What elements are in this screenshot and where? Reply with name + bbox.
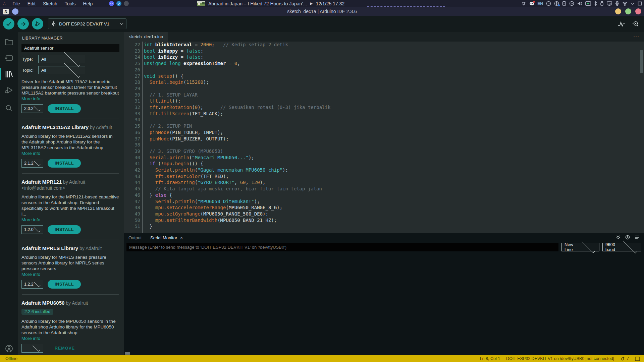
install-button[interactable]: INSTALL: [48, 159, 81, 168]
autoscroll-icon[interactable]: [616, 235, 621, 240]
more-info-link[interactable]: More info: [21, 96, 119, 101]
accessibility-icon[interactable]: [554, 1, 559, 6]
screen-record-icon[interactable]: [585, 1, 591, 6]
topic-filter-select[interactable]: All: [38, 66, 85, 74]
editor-scrollbar-thumb[interactable]: [640, 50, 643, 73]
board-port-status[interactable]: DOIT ESP32 DEVKIT V1 on /dev/ttyUSB0 [no…: [506, 356, 614, 361]
status-bar: Offline Ln 8, Col 1 DOIT ESP32 DEVKIT V1…: [0, 355, 644, 362]
menu-edit[interactable]: Edit: [24, 1, 39, 6]
line-number: 31: [124, 98, 140, 104]
more-actions-icon[interactable]: ···: [633, 33, 639, 39]
line-number: 37: [124, 136, 140, 142]
more-info-link[interactable]: More info: [21, 272, 119, 277]
version-select[interactable]: 1.2.2: [21, 280, 43, 289]
upload-button[interactable]: [17, 18, 29, 29]
menu-tools[interactable]: Tools: [61, 1, 79, 6]
code-line: 45 // Kita lanjut aja meski error, biar …: [124, 186, 644, 192]
code-line: 37 pinMode(PIN_BUZZER, OUTPUT);: [124, 136, 644, 142]
menu-file[interactable]: File: [9, 1, 24, 6]
chevron-down-icon[interactable]: [631, 2, 635, 5]
language-indicator[interactable]: EN: [537, 1, 543, 6]
debug-button[interactable]: [32, 18, 43, 29]
sidebar-item-account[interactable]: [0, 345, 18, 353]
clear-output-icon[interactable]: [635, 235, 639, 239]
cursor-position[interactable]: Ln 8, Col 1: [480, 356, 500, 361]
close-icon[interactable]: ×: [180, 235, 183, 240]
sidebar-item-boards-manager[interactable]: [0, 51, 18, 65]
baud-rate-select[interactable]: 9600 baud: [602, 243, 641, 251]
verify-button[interactable]: [3, 18, 14, 29]
board-selector-label: DOIT ESP32 DEVKIT V1: [59, 21, 117, 26]
close-button[interactable]: [635, 8, 641, 14]
menu-help[interactable]: Help: [79, 1, 96, 6]
version-value: 1.2.0: [24, 227, 34, 232]
media-pause-alt-icon[interactable]: [569, 1, 574, 6]
panel-scrollbar-thumb[interactable]: [125, 352, 130, 355]
version-select[interactable]: 2.0.2: [21, 104, 43, 113]
app-menu-icon[interactable]: ∴: [0, 1, 9, 6]
tab-output[interactable]: Output: [128, 235, 142, 240]
more-info-link[interactable]: More info: [21, 217, 119, 222]
version-select[interactable]: 2.1.2: [21, 159, 43, 168]
minimize-button[interactable]: [615, 8, 621, 14]
wifi-icon[interactable]: [622, 2, 628, 6]
sidebar-item-sketchbook[interactable]: [0, 35, 18, 49]
version-select[interactable]: 1.2.0: [21, 225, 43, 234]
line-number: 43: [124, 173, 140, 180]
clock[interactable]: 12/1/25 17:32: [316, 1, 345, 6]
usb-device-icon[interactable]: [600, 1, 604, 6]
menu-sketch[interactable]: Sketch: [39, 1, 61, 6]
code-line: 47 Serial.println("MPU6050 Ditemukan!");: [124, 198, 644, 205]
display-icon[interactable]: [607, 1, 612, 6]
offline-status: Offline: [0, 356, 17, 361]
library-entry-title: Adafruit MPRLS Library by Adafruit: [21, 245, 119, 251]
install-button[interactable]: INSTALL: [48, 280, 81, 289]
timestamp-icon[interactable]: [625, 235, 630, 240]
tab-sketch-dec1a-ino[interactable]: sketch_dec1a.ino: [124, 32, 168, 42]
toggle-panel-icon[interactable]: [635, 357, 640, 361]
library-description: Arduino library for MPRLS series pressur…: [21, 254, 119, 272]
more-info-link[interactable]: More info: [21, 336, 119, 341]
media-pause-icon[interactable]: [546, 1, 551, 6]
library-search-input[interactable]: [21, 44, 119, 52]
code-editor[interactable]: 22int blinkInterval = 2000; // Kedip set…: [124, 42, 644, 233]
sidebar-item-search[interactable]: [0, 101, 18, 116]
install-button[interactable]: INSTALL: [48, 104, 81, 113]
clipboard-icon[interactable]: [562, 1, 566, 6]
notifications-bell-icon[interactable]: [521, 1, 526, 6]
menu-items: FileEditSketchToolsHelp: [9, 1, 96, 6]
sidebar-item-library-manager[interactable]: [0, 67, 18, 81]
board-selector[interactable]: DOIT ESP32 DEVKIT V1: [48, 18, 126, 29]
serial-message-input[interactable]: [126, 243, 558, 251]
install-button[interactable]: INSTALL: [48, 225, 81, 234]
window-title-bar: X sketch_dec1a | Arduino IDE 2.3.6: [0, 7, 644, 16]
version-select[interactable]: [21, 344, 43, 353]
remove-button[interactable]: REMOVE: [48, 344, 82, 353]
maximize-button[interactable]: [625, 8, 631, 14]
inactive-app-icon[interactable]: [124, 1, 129, 6]
tab-serial-monitor[interactable]: Serial Monitor ×: [150, 235, 183, 240]
serial-monitor-icon[interactable]: [632, 20, 639, 27]
workspace-icon[interactable]: [638, 1, 642, 6]
discord-badge: [533, 1, 535, 3]
library-entry: Driver for the Adafruit MPL115A2 baromet…: [21, 79, 119, 113]
type-filter-select[interactable]: All: [38, 55, 85, 63]
updater-check-icon[interactable]: [116, 1, 121, 6]
notifications-item[interactable]: 7: [620, 356, 629, 361]
line-ending-select[interactable]: New Line: [561, 243, 599, 251]
sidebar-item-debugger[interactable]: [0, 83, 18, 98]
play-icon[interactable]: ▶: [310, 1, 313, 6]
bluetooth-icon[interactable]: [594, 1, 597, 6]
code-line: 23bool isHappy = false;: [124, 48, 644, 54]
code-line: 26: [124, 67, 644, 73]
microphone-icon[interactable]: [615, 1, 619, 6]
more-info-link[interactable]: More info: [21, 151, 119, 156]
discord-tray-icon[interactable]: [529, 1, 534, 6]
now-playing-widget[interactable]: Abroad in Japan – I Hiked 72 Hours to Ja…: [197, 0, 344, 7]
line-number: 33: [124, 111, 140, 117]
volume-icon[interactable]: [577, 1, 582, 6]
line-number: 49: [124, 211, 140, 217]
serial-plotter-icon[interactable]: [618, 21, 625, 27]
library-entry: Adafruit MPL3115A2 Library by AdafruitAr…: [21, 119, 119, 168]
discord-icon[interactable]: [109, 1, 114, 6]
